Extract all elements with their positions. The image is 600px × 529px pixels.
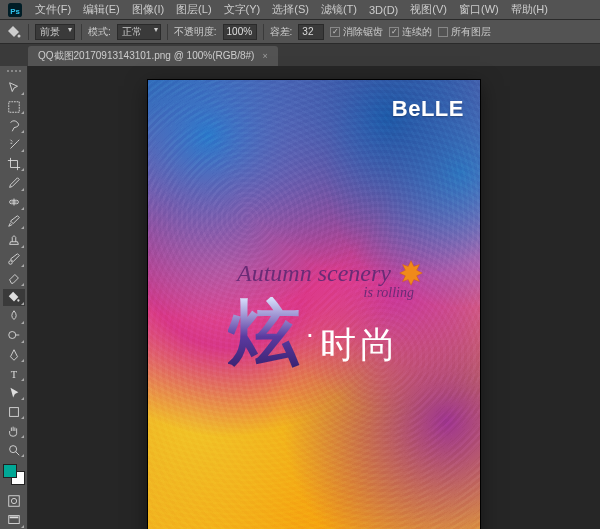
menu-window[interactable]: 窗口(W) [454, 0, 504, 19]
quick-mask-tool[interactable] [3, 493, 25, 510]
options-bar: 前景 模式: 正常 不透明度: 容差: ✓消除锯齿 ✓连续的 所有图层 [0, 20, 600, 44]
main-title-line: 炫 · 时尚 [148, 297, 480, 370]
lasso-tool[interactable] [3, 117, 25, 134]
contiguous-checkbox[interactable]: ✓连续的 [389, 25, 432, 39]
opacity-label: 不透明度: [174, 25, 217, 39]
svg-point-10 [9, 445, 16, 452]
crop-tool[interactable] [3, 155, 25, 172]
brush-tool[interactable] [3, 213, 25, 230]
type-tool[interactable]: T [3, 365, 25, 382]
tolerance-input[interactable] [298, 24, 324, 40]
clone-stamp-tool[interactable] [3, 232, 25, 249]
menu-select[interactable]: 选择(S) [267, 0, 314, 19]
dodge-tool[interactable] [3, 327, 25, 344]
svg-point-2 [18, 34, 21, 37]
tolerance-label: 容差: [270, 25, 293, 39]
svg-text:T: T [10, 368, 17, 379]
marquee-tool[interactable] [3, 98, 25, 115]
eraser-tool[interactable] [3, 270, 25, 287]
workspace: T BeLLE Autumn scenery is rolling 炫 · [0, 66, 600, 529]
menu-help[interactable]: 帮助(H) [506, 0, 553, 19]
menu-3d[interactable]: 3D(D) [364, 2, 403, 18]
svg-point-12 [11, 499, 16, 504]
pen-tool[interactable] [3, 346, 25, 363]
screen-mode-tool[interactable] [3, 512, 25, 529]
blend-mode-dropdown[interactable]: 正常 [117, 24, 161, 40]
menu-layer[interactable]: 图层(L) [171, 0, 216, 19]
blur-tool[interactable] [3, 308, 25, 325]
svg-rect-14 [9, 517, 18, 519]
menu-bar: Ps 文件(F) 编辑(E) 图像(I) 图层(L) 文字(Y) 选择(S) 滤… [0, 0, 600, 20]
thin-characters: 时尚 [320, 321, 400, 370]
big-character: 炫 [228, 297, 300, 369]
brand-logo-text: BeLLE [392, 96, 464, 122]
paint-bucket-icon[interactable] [6, 24, 22, 40]
script-line: Autumn scenery [148, 260, 480, 287]
svg-point-5 [8, 261, 12, 265]
magic-wand-tool[interactable] [3, 136, 25, 153]
svg-rect-9 [9, 407, 18, 416]
paint-bucket-tool[interactable] [3, 289, 25, 306]
svg-point-6 [17, 300, 19, 302]
separator-dot: · [306, 318, 314, 350]
separator [28, 24, 29, 40]
close-tab-icon[interactable]: × [262, 51, 267, 61]
all-layers-checkbox[interactable]: 所有图层 [438, 25, 491, 39]
eyedropper-tool[interactable] [3, 174, 25, 191]
canvas-area[interactable]: BeLLE Autumn scenery is rolling 炫 · 时尚 [28, 66, 600, 529]
document-tab[interactable]: QQ截图20170913143101.png @ 100%(RGB/8#) × [28, 46, 278, 66]
healing-brush-tool[interactable] [3, 194, 25, 211]
foreground-color[interactable] [3, 464, 17, 478]
svg-point-7 [8, 332, 15, 339]
svg-rect-11 [8, 496, 19, 507]
document-tab-title: QQ截图20170913143101.png @ 100%(RGB/8#) [38, 49, 254, 63]
document-canvas[interactable]: BeLLE Autumn scenery is rolling 炫 · 时尚 [148, 80, 480, 529]
headline-block: Autumn scenery is rolling 炫 · 时尚 [148, 260, 480, 370]
shape-tool[interactable] [3, 403, 25, 420]
svg-rect-3 [8, 101, 19, 112]
menu-view[interactable]: 视图(V) [405, 0, 452, 19]
document-tabs: QQ截图20170913143101.png @ 100%(RGB/8#) × [0, 44, 600, 66]
svg-text:Ps: Ps [10, 6, 20, 15]
separator [263, 24, 264, 40]
toolbox: T [0, 66, 28, 529]
history-brush-tool[interactable] [3, 251, 25, 268]
menu-type[interactable]: 文字(Y) [219, 0, 266, 19]
color-swatches[interactable] [3, 464, 25, 484]
menu-edit[interactable]: 编辑(E) [78, 0, 125, 19]
toolbox-grip[interactable] [4, 70, 24, 75]
menu-file[interactable]: 文件(F) [30, 0, 76, 19]
path-selection-tool[interactable] [3, 384, 25, 401]
menu-filter[interactable]: 滤镜(T) [316, 0, 362, 19]
antialias-checkbox[interactable]: ✓消除锯齿 [330, 25, 383, 39]
app-logo-icon: Ps [8, 3, 22, 17]
move-tool[interactable] [3, 79, 25, 96]
mode-label: 模式: [88, 25, 111, 39]
menu-image[interactable]: 图像(I) [127, 0, 169, 19]
fill-source-dropdown[interactable]: 前景 [35, 24, 75, 40]
opacity-input[interactable] [223, 24, 257, 40]
hand-tool[interactable] [3, 422, 25, 439]
separator [167, 24, 168, 40]
separator [81, 24, 82, 40]
zoom-tool[interactable] [3, 441, 25, 458]
